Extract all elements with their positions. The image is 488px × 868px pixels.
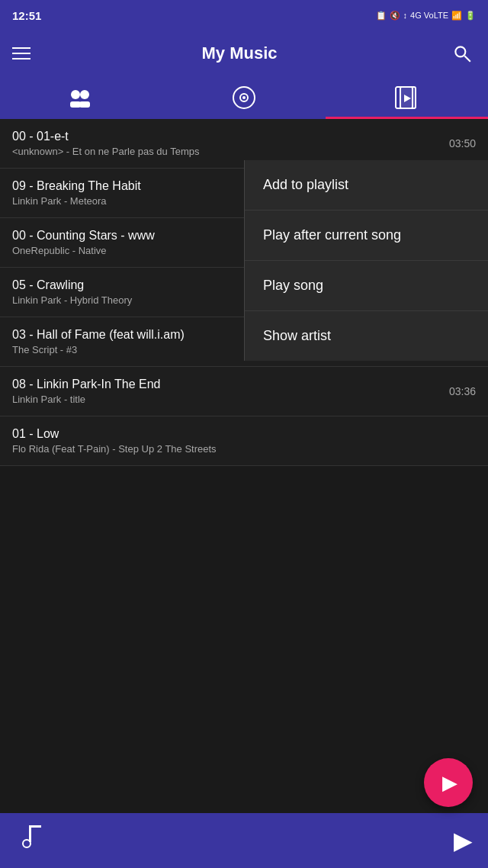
svg-rect-5	[79, 101, 90, 108]
tab-playlists[interactable]	[326, 76, 488, 119]
wifi-icon: 📶	[451, 11, 462, 21]
search-button[interactable]	[448, 43, 476, 63]
sim-icon: 📋	[376, 11, 387, 21]
context-play-after-current[interactable]: Play after current song	[245, 211, 488, 261]
song-info: 00 - 01-e-t <unknown> - Et on ne Parle p…	[12, 130, 443, 157]
battery-icon: 🔋	[465, 11, 476, 21]
tab-active-indicator	[326, 117, 488, 119]
svg-point-4	[80, 90, 89, 99]
context-show-artist[interactable]: Show artist	[245, 311, 488, 361]
svg-line-1	[464, 56, 470, 62]
svg-point-2	[71, 90, 80, 99]
play-fab-icon: ▶	[442, 771, 458, 795]
svg-point-0	[455, 47, 465, 56]
svg-point-8	[242, 96, 246, 99]
page-title: My Music	[30, 43, 448, 63]
mute-icon: 🔇	[390, 11, 400, 21]
play-fab-button[interactable]: ▶	[424, 758, 473, 807]
context-overlay[interactable]: Add to playlist Play after current song …	[0, 160, 488, 868]
context-play-song[interactable]: Play song	[245, 261, 488, 311]
tab-albums[interactable]	[162, 76, 325, 119]
app-header: My Music	[0, 31, 488, 76]
tabs-bar	[0, 76, 488, 119]
song-duration: 03:50	[449, 137, 476, 149]
status-bar: 12:51 📋 🔇 ↕ 4G VoLTE 📶 🔋	[0, 0, 488, 31]
menu-button[interactable]	[12, 47, 30, 59]
status-icons: 📋 🔇 ↕ 4G VoLTE 📶 🔋	[376, 11, 476, 21]
signal-icon: 4G VoLTE	[410, 11, 448, 20]
context-menu: Add to playlist Play after current song …	[244, 160, 488, 361]
song-subtitle: <unknown> - Et on ne Parle pas du Temps	[12, 146, 443, 157]
svg-rect-3	[70, 101, 81, 108]
tab-artists[interactable]	[0, 76, 162, 119]
status-time: 12:51	[12, 9, 41, 22]
context-add-to-playlist[interactable]: Add to playlist	[245, 160, 488, 211]
song-title: 00 - 01-e-t	[12, 130, 443, 143]
data-icon: ↕	[403, 11, 408, 20]
